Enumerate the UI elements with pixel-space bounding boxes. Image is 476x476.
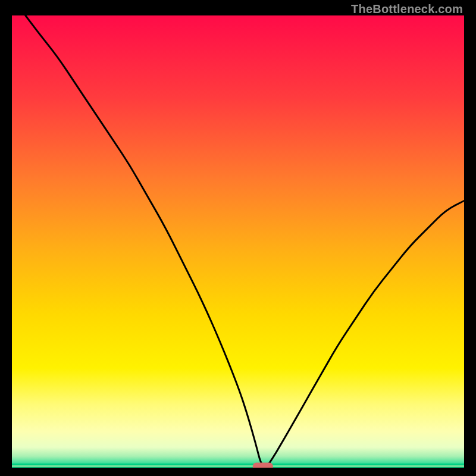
- optimal-marker: [253, 463, 273, 468]
- gradient-background: [12, 15, 464, 468]
- chart-frame: [12, 15, 464, 468]
- svg-rect-1: [12, 465, 464, 467]
- bottleneck-chart: [12, 15, 464, 468]
- svg-rect-0: [12, 464, 464, 465]
- baseline-band: [12, 464, 464, 467]
- watermark-text: TheBottleneck.com: [351, 2, 463, 16]
